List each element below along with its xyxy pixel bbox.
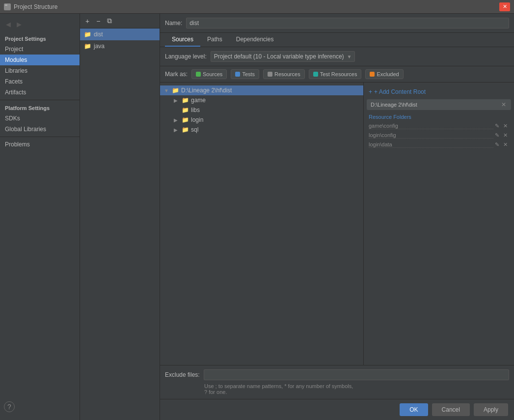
name-label: Name: — [165, 20, 182, 27]
sidebar-item-modules[interactable]: Modules — [0, 55, 80, 65]
nav-arrows: ◀ ▶ — [0, 18, 80, 33]
mark-excluded-label: Excluded — [377, 71, 399, 77]
sidebar-item-label: Project — [5, 46, 23, 53]
mark-tests-button[interactable]: Tests — [231, 69, 259, 79]
exclude-files-area: Exclude files: Use ; to separate name pa… — [160, 365, 514, 399]
add-module-button[interactable]: + — [83, 16, 92, 26]
tree-item-sql[interactable]: ▶ 📁 sql — [160, 125, 363, 135]
resource-folder-name: game\config — [369, 123, 493, 129]
title-bar: Project Structure ✕ — [0, 0, 514, 14]
resource-folder-actions: ✎ ✕ — [493, 141, 509, 148]
tree-item-game-label: game — [191, 97, 206, 104]
mark-test-resources-button[interactable]: Test Resources — [309, 69, 362, 79]
sidebar-item-label: Problems — [5, 141, 30, 148]
platform-settings-label: Platform Settings — [0, 102, 80, 113]
sidebar-item-label: Global Libraries — [5, 126, 46, 133]
svg-rect-1 — [5, 4, 7, 6]
apply-button[interactable]: Apply — [474, 403, 508, 416]
content-root-path-item: D:\Lineage 2\hf\dist ✕ — [367, 99, 511, 110]
remove-resource-folder-button[interactable]: ✕ — [502, 141, 509, 148]
project-icon — [4, 3, 11, 10]
edit-resource-folder-button[interactable]: ✎ — [493, 141, 501, 148]
tree-root-path: D:\Lineage 2\hf\dist — [181, 87, 232, 94]
language-level-select[interactable]: Project default (10 - Local variable typ… — [211, 51, 355, 62]
right-panel: Name: Sources Paths Dependencies Languag… — [160, 14, 514, 420]
module-item-java[interactable]: 📁 java — [80, 40, 160, 52]
tree-item-login[interactable]: ▶ 📁 login — [160, 115, 363, 125]
sidebar: ◀ ▶ Project Settings Project Modules Lib… — [0, 14, 80, 420]
resource-folders-label: Resource Folders — [364, 111, 514, 121]
sidebar-item-libraries[interactable]: Libraries — [0, 65, 80, 76]
forward-button[interactable]: ▶ — [15, 20, 24, 29]
resource-folder-login-data: login\data ✎ ✕ — [364, 140, 514, 149]
sidebar-item-label: Libraries — [5, 67, 27, 74]
exclude-input[interactable] — [204, 369, 509, 380]
exclude-row: Exclude files: — [165, 369, 509, 380]
resource-folder-game-config: game\config ✎ ✕ — [364, 121, 514, 131]
plus-icon: + — [369, 88, 372, 95]
tabs-bar: Sources Paths Dependencies — [160, 33, 514, 47]
tree-expand-arrow-login[interactable]: ▶ — [174, 117, 180, 123]
folder-icon: 📁 — [84, 43, 91, 50]
sidebar-item-label: Facets — [5, 78, 23, 85]
tree-expand-arrow-sql[interactable]: ▶ — [174, 127, 180, 133]
add-content-root-button[interactable]: + + Add Content Root — [364, 85, 514, 98]
language-level-label: Language level: — [165, 53, 207, 60]
close-button[interactable]: ✕ — [499, 2, 510, 11]
mark-test-resources-label: Test Resources — [320, 71, 357, 77]
cancel-button[interactable]: Cancel — [432, 403, 470, 416]
bottom-question-area: ? — [0, 397, 80, 416]
tree-item-sql-label: sql — [191, 126, 198, 133]
back-button[interactable]: ◀ — [4, 20, 13, 29]
tree-expand-arrow[interactable]: ▼ — [164, 88, 170, 93]
name-input[interactable] — [186, 18, 509, 28]
sidebar-item-sdks[interactable]: SDKs — [0, 113, 80, 124]
resource-folder-name: login\config — [369, 132, 493, 139]
tab-sources[interactable]: Sources — [165, 33, 200, 47]
remove-content-root-button[interactable]: ✕ — [500, 101, 507, 108]
tree-root-item[interactable]: ▼ 📁 D:\Lineage 2\hf\dist — [160, 85, 363, 95]
copy-module-button[interactable]: ⧉ — [105, 16, 114, 26]
sidebar-item-project[interactable]: Project — [0, 44, 80, 55]
remove-module-button[interactable]: − — [94, 16, 103, 26]
module-list: + − ⧉ 📁 dist 📁 java — [80, 14, 160, 420]
sidebar-item-global-libraries[interactable]: Global Libraries — [0, 124, 80, 135]
tab-dependencies[interactable]: Dependencies — [229, 33, 281, 47]
resource-folder-actions: ✎ ✕ — [493, 123, 509, 129]
root-folder-icon: 📁 — [172, 87, 179, 94]
sidebar-item-problems[interactable]: Problems — [0, 139, 80, 150]
mark-resources-button[interactable]: Resources — [263, 69, 305, 79]
mark-sources-button[interactable]: Sources — [191, 69, 227, 79]
title-bar-left: Project Structure — [4, 3, 57, 10]
resource-folder-actions: ✎ ✕ — [493, 132, 509, 139]
sidebar-item-label: Artifacts — [5, 89, 26, 96]
help-button[interactable]: ? — [4, 401, 15, 412]
sidebar-item-facets[interactable]: Facets — [0, 76, 80, 87]
mark-as-label: Mark as: — [165, 71, 188, 78]
ok-button[interactable]: OK — [400, 403, 428, 416]
tree-item-libs[interactable]: 📁 libs — [160, 105, 363, 115]
module-list-toolbar: + − ⧉ — [80, 14, 160, 28]
remove-resource-folder-button[interactable]: ✕ — [502, 123, 509, 129]
footer: OK Cancel Apply — [160, 399, 514, 420]
edit-resource-folder-button[interactable]: ✎ — [493, 132, 501, 139]
language-level-row: Language level: Project default (10 - Lo… — [160, 47, 514, 66]
sql-folder-icon: 📁 — [182, 126, 189, 133]
tree-item-game[interactable]: ▶ 📁 game — [160, 95, 363, 105]
edit-resource-folder-button[interactable]: ✎ — [493, 123, 501, 129]
module-item-label: java — [94, 43, 105, 50]
tree-expand-arrow-game[interactable]: ▶ — [174, 98, 180, 103]
sidebar-item-label: SDKs — [5, 115, 20, 122]
sidebar-divider-2 — [0, 137, 80, 137]
tests-dot — [235, 72, 240, 77]
dropdown-arrow-icon: ▼ — [347, 54, 352, 59]
libs-folder-icon: 📁 — [182, 107, 189, 113]
test-resources-dot — [313, 72, 318, 77]
sources-tab-content: Language level: Project default (10 - Lo… — [160, 47, 514, 399]
mark-excluded-button[interactable]: Excluded — [365, 69, 403, 79]
module-item-dist[interactable]: 📁 dist — [80, 28, 160, 40]
tab-paths[interactable]: Paths — [200, 33, 229, 47]
sidebar-item-artifacts[interactable]: Artifacts — [0, 87, 80, 98]
remove-resource-folder-button[interactable]: ✕ — [502, 132, 509, 139]
title-bar-text: Project Structure — [14, 3, 57, 10]
